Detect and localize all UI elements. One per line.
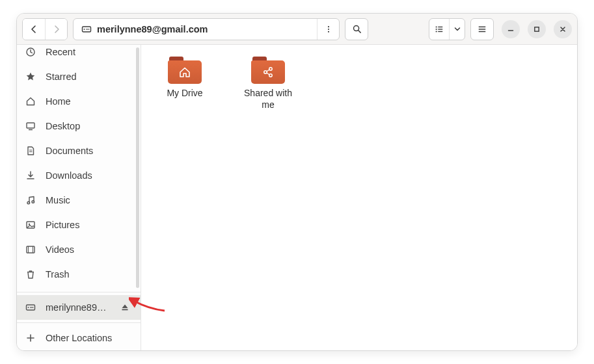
- hamburger-button[interactable]: [470, 18, 494, 40]
- sidebar-item-label: Documents: [46, 146, 133, 156]
- view-switcher: [429, 18, 465, 40]
- folder-icon: [251, 57, 285, 84]
- svg-point-1: [84, 29, 85, 30]
- close-icon: [560, 26, 566, 32]
- folder-shared-with-me[interactable]: Shared with me: [232, 54, 304, 113]
- eject-button[interactable]: [117, 300, 133, 315]
- sidebar-item-documents[interactable]: Documents: [17, 138, 141, 163]
- sidebar-item-downloads[interactable]: Downloads: [17, 163, 141, 188]
- star-icon: [25, 71, 36, 83]
- svg-point-34: [28, 307, 29, 308]
- svg-rect-20: [27, 123, 34, 128]
- kebab-icon: [325, 25, 332, 33]
- folder-my-drive[interactable]: My Drive: [149, 54, 221, 102]
- sidebar-item-music[interactable]: Music: [17, 188, 141, 213]
- folder-icon: [168, 57, 202, 84]
- sidebar-item-label: Pictures: [46, 220, 133, 230]
- desktop-icon: [25, 120, 36, 132]
- svg-point-4: [327, 28, 329, 29]
- plus-icon: [25, 332, 36, 344]
- sidebar-item-label: Recent: [46, 47, 133, 57]
- path-label: merilynne89@gmail.com: [97, 24, 208, 34]
- svg-rect-9: [438, 26, 442, 27]
- documents-icon: [25, 145, 36, 157]
- sidebar-item-label: Downloads: [46, 170, 133, 181]
- sidebar-item-pictures[interactable]: Pictures: [17, 213, 141, 237]
- chevron-right-icon: [53, 25, 61, 33]
- file-label: My Drive: [167, 88, 202, 99]
- file-label: Shared with me: [244, 88, 292, 110]
- clock-icon: [25, 46, 36, 58]
- view-dropdown-button[interactable]: [449, 19, 465, 40]
- svg-point-5: [327, 31, 329, 32]
- downloads-icon: [25, 170, 36, 181]
- svg-rect-14: [479, 26, 486, 27]
- body: Recent Starred Home: [17, 45, 577, 350]
- sidebar-item-home[interactable]: Home: [17, 89, 141, 114]
- trash-icon: [25, 268, 36, 280]
- sidebar-item-label: Videos: [46, 244, 133, 255]
- path-segment-root[interactable]: merilynne89@gmail.com: [74, 19, 215, 40]
- headerbar: merilynne89@gmail.com: [17, 14, 577, 45]
- sidebar-item-recent[interactable]: Recent: [17, 45, 141, 64]
- sidebar-item-videos[interactable]: Videos: [17, 237, 141, 262]
- pathbar: merilynne89@gmail.com: [73, 18, 340, 40]
- sidebar-item-label: Other Locations: [46, 333, 133, 343]
- separator: [17, 292, 141, 292]
- icon-view-button[interactable]: [429, 19, 449, 40]
- svg-rect-13: [438, 31, 442, 31]
- svg-point-12: [436, 31, 437, 32]
- svg-point-10: [436, 28, 437, 29]
- sidebar-other-locations[interactable]: Other Locations: [17, 326, 141, 350]
- list-icon: [435, 25, 444, 34]
- hamburger-icon: [478, 25, 487, 34]
- sidebar-item-label: Trash: [46, 269, 133, 280]
- sidebar-item-trash[interactable]: Trash: [17, 262, 141, 287]
- sidebar-item-label: Home: [46, 96, 133, 107]
- back-button[interactable]: [23, 19, 45, 40]
- sidebar-item-label: Music: [46, 195, 133, 205]
- sidebar-scrollbar[interactable]: [136, 47, 139, 288]
- sidebar-mount-gdrive[interactable]: merilynne89…: [17, 295, 141, 320]
- sidebar: Recent Starred Home: [17, 45, 141, 350]
- maximize-icon: [533, 26, 540, 32]
- svg-rect-11: [438, 29, 442, 29]
- svg-rect-18: [535, 27, 539, 31]
- sidebar-scroll[interactable]: Recent Starred Home: [17, 45, 141, 289]
- minimize-button[interactable]: [502, 20, 520, 38]
- pictures-icon: [25, 219, 36, 231]
- videos-icon: [25, 244, 36, 255]
- path-menu-button[interactable]: [317, 19, 339, 40]
- chevron-down-icon: [454, 26, 461, 32]
- svg-rect-36: [122, 309, 128, 311]
- svg-rect-15: [479, 29, 486, 29]
- search-button[interactable]: [345, 18, 368, 40]
- home-icon: [25, 96, 36, 107]
- nav-buttons: [22, 18, 68, 40]
- content-area[interactable]: My Drive Shared with me: [141, 45, 577, 350]
- chevron-left-icon: [30, 25, 38, 33]
- sidebar-item-desktop[interactable]: Desktop: [17, 114, 141, 138]
- maximize-button[interactable]: [528, 20, 546, 38]
- sidebar-item-label: merilynne89…: [46, 302, 108, 313]
- forward-button[interactable]: [45, 19, 67, 40]
- close-button[interactable]: [554, 20, 572, 38]
- svg-line-7: [358, 31, 360, 32]
- svg-point-8: [436, 26, 437, 27]
- eject-icon: [121, 304, 129, 311]
- file-manager-window: merilynne89@gmail.com: [16, 13, 578, 351]
- share-icon: [262, 66, 275, 79]
- sidebar-item-starred[interactable]: Starred: [17, 64, 141, 89]
- svg-rect-29: [27, 246, 34, 253]
- sidebar-item-label: Starred: [46, 72, 133, 82]
- separator: [17, 322, 141, 323]
- svg-line-40: [267, 70, 269, 72]
- svg-point-25: [27, 202, 30, 204]
- svg-line-41: [267, 73, 269, 75]
- drive-icon: [25, 302, 36, 313]
- svg-point-26: [32, 201, 34, 203]
- drive-icon: [81, 24, 92, 34]
- search-icon: [352, 24, 362, 34]
- svg-rect-16: [479, 31, 486, 31]
- svg-point-3: [327, 26, 329, 27]
